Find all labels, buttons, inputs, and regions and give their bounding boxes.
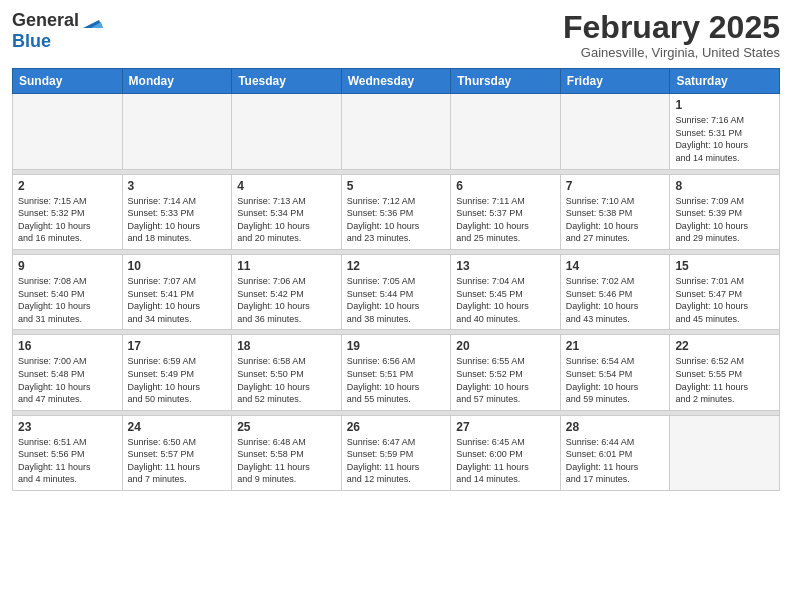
day-number: 12 [347,259,446,273]
day-number: 14 [566,259,665,273]
day-info: Sunrise: 7:15 AM Sunset: 5:32 PM Dayligh… [18,195,117,245]
day-cell: 12Sunrise: 7:05 AM Sunset: 5:44 PM Dayli… [341,254,451,329]
day-cell [670,415,780,490]
day-info: Sunrise: 7:07 AM Sunset: 5:41 PM Dayligh… [128,275,227,325]
day-cell: 6Sunrise: 7:11 AM Sunset: 5:37 PM Daylig… [451,174,561,249]
day-cell: 14Sunrise: 7:02 AM Sunset: 5:46 PM Dayli… [560,254,670,329]
weekday-header-thursday: Thursday [451,69,561,94]
weekday-header-sunday: Sunday [13,69,123,94]
day-cell: 4Sunrise: 7:13 AM Sunset: 5:34 PM Daylig… [232,174,342,249]
day-number: 26 [347,420,446,434]
day-cell: 7Sunrise: 7:10 AM Sunset: 5:38 PM Daylig… [560,174,670,249]
day-number: 3 [128,179,227,193]
calendar-container: General Blue February 2025 Gainesville, … [0,0,792,501]
week-row-5: 23Sunrise: 6:51 AM Sunset: 5:56 PM Dayli… [13,415,780,490]
logo-blue: Blue [12,32,51,52]
weekday-header-monday: Monday [122,69,232,94]
day-cell: 3Sunrise: 7:14 AM Sunset: 5:33 PM Daylig… [122,174,232,249]
day-info: Sunrise: 6:56 AM Sunset: 5:51 PM Dayligh… [347,355,446,405]
calendar-table: SundayMondayTuesdayWednesdayThursdayFrid… [12,68,780,491]
day-number: 25 [237,420,336,434]
day-info: Sunrise: 6:55 AM Sunset: 5:52 PM Dayligh… [456,355,555,405]
day-number: 24 [128,420,227,434]
day-number: 23 [18,420,117,434]
day-cell: 13Sunrise: 7:04 AM Sunset: 5:45 PM Dayli… [451,254,561,329]
day-info: Sunrise: 6:47 AM Sunset: 5:59 PM Dayligh… [347,436,446,486]
day-number: 17 [128,339,227,353]
day-cell: 23Sunrise: 6:51 AM Sunset: 5:56 PM Dayli… [13,415,123,490]
day-number: 4 [237,179,336,193]
day-cell: 2Sunrise: 7:15 AM Sunset: 5:32 PM Daylig… [13,174,123,249]
logo-icon [81,10,103,32]
day-info: Sunrise: 7:16 AM Sunset: 5:31 PM Dayligh… [675,114,774,164]
day-info: Sunrise: 7:12 AM Sunset: 5:36 PM Dayligh… [347,195,446,245]
day-info: Sunrise: 6:59 AM Sunset: 5:49 PM Dayligh… [128,355,227,405]
day-info: Sunrise: 7:06 AM Sunset: 5:42 PM Dayligh… [237,275,336,325]
week-row-4: 16Sunrise: 7:00 AM Sunset: 5:48 PM Dayli… [13,335,780,410]
week-row-3: 9Sunrise: 7:08 AM Sunset: 5:40 PM Daylig… [13,254,780,329]
day-number: 5 [347,179,446,193]
day-cell: 11Sunrise: 7:06 AM Sunset: 5:42 PM Dayli… [232,254,342,329]
day-info: Sunrise: 7:14 AM Sunset: 5:33 PM Dayligh… [128,195,227,245]
day-info: Sunrise: 7:09 AM Sunset: 5:39 PM Dayligh… [675,195,774,245]
day-cell: 25Sunrise: 6:48 AM Sunset: 5:58 PM Dayli… [232,415,342,490]
day-cell: 8Sunrise: 7:09 AM Sunset: 5:39 PM Daylig… [670,174,780,249]
logo-general: General [12,11,79,31]
month-title: February 2025 [563,10,780,45]
day-number: 9 [18,259,117,273]
title-area: February 2025 Gainesville, Virginia, Uni… [563,10,780,60]
day-cell: 21Sunrise: 6:54 AM Sunset: 5:54 PM Dayli… [560,335,670,410]
day-cell: 24Sunrise: 6:50 AM Sunset: 5:57 PM Dayli… [122,415,232,490]
day-info: Sunrise: 7:10 AM Sunset: 5:38 PM Dayligh… [566,195,665,245]
day-cell: 10Sunrise: 7:07 AM Sunset: 5:41 PM Dayli… [122,254,232,329]
week-row-1: 1Sunrise: 7:16 AM Sunset: 5:31 PM Daylig… [13,94,780,169]
day-info: Sunrise: 7:13 AM Sunset: 5:34 PM Dayligh… [237,195,336,245]
day-number: 22 [675,339,774,353]
day-number: 16 [18,339,117,353]
day-info: Sunrise: 7:08 AM Sunset: 5:40 PM Dayligh… [18,275,117,325]
day-info: Sunrise: 7:01 AM Sunset: 5:47 PM Dayligh… [675,275,774,325]
day-number: 21 [566,339,665,353]
day-cell: 15Sunrise: 7:01 AM Sunset: 5:47 PM Dayli… [670,254,780,329]
day-number: 1 [675,98,774,112]
header: General Blue February 2025 Gainesville, … [12,10,780,60]
weekday-header-saturday: Saturday [670,69,780,94]
day-cell: 28Sunrise: 6:44 AM Sunset: 6:01 PM Dayli… [560,415,670,490]
day-cell [451,94,561,169]
day-cell: 17Sunrise: 6:59 AM Sunset: 5:49 PM Dayli… [122,335,232,410]
day-cell: 18Sunrise: 6:58 AM Sunset: 5:50 PM Dayli… [232,335,342,410]
weekday-header-friday: Friday [560,69,670,94]
day-number: 7 [566,179,665,193]
day-number: 10 [128,259,227,273]
day-info: Sunrise: 6:45 AM Sunset: 6:00 PM Dayligh… [456,436,555,486]
day-cell: 20Sunrise: 6:55 AM Sunset: 5:52 PM Dayli… [451,335,561,410]
day-info: Sunrise: 7:02 AM Sunset: 5:46 PM Dayligh… [566,275,665,325]
day-number: 20 [456,339,555,353]
day-cell: 5Sunrise: 7:12 AM Sunset: 5:36 PM Daylig… [341,174,451,249]
day-info: Sunrise: 7:04 AM Sunset: 5:45 PM Dayligh… [456,275,555,325]
day-cell [560,94,670,169]
day-cell [13,94,123,169]
day-info: Sunrise: 6:50 AM Sunset: 5:57 PM Dayligh… [128,436,227,486]
location: Gainesville, Virginia, United States [563,45,780,60]
day-number: 2 [18,179,117,193]
week-row-2: 2Sunrise: 7:15 AM Sunset: 5:32 PM Daylig… [13,174,780,249]
day-number: 8 [675,179,774,193]
day-cell: 22Sunrise: 6:52 AM Sunset: 5:55 PM Dayli… [670,335,780,410]
day-number: 28 [566,420,665,434]
day-cell: 26Sunrise: 6:47 AM Sunset: 5:59 PM Dayli… [341,415,451,490]
day-cell [122,94,232,169]
day-number: 11 [237,259,336,273]
day-cell: 9Sunrise: 7:08 AM Sunset: 5:40 PM Daylig… [13,254,123,329]
day-info: Sunrise: 7:00 AM Sunset: 5:48 PM Dayligh… [18,355,117,405]
day-number: 18 [237,339,336,353]
day-info: Sunrise: 7:05 AM Sunset: 5:44 PM Dayligh… [347,275,446,325]
day-number: 13 [456,259,555,273]
weekday-header-tuesday: Tuesday [232,69,342,94]
weekday-header-wednesday: Wednesday [341,69,451,94]
day-cell: 1Sunrise: 7:16 AM Sunset: 5:31 PM Daylig… [670,94,780,169]
day-info: Sunrise: 6:54 AM Sunset: 5:54 PM Dayligh… [566,355,665,405]
day-number: 15 [675,259,774,273]
day-number: 19 [347,339,446,353]
day-cell [232,94,342,169]
